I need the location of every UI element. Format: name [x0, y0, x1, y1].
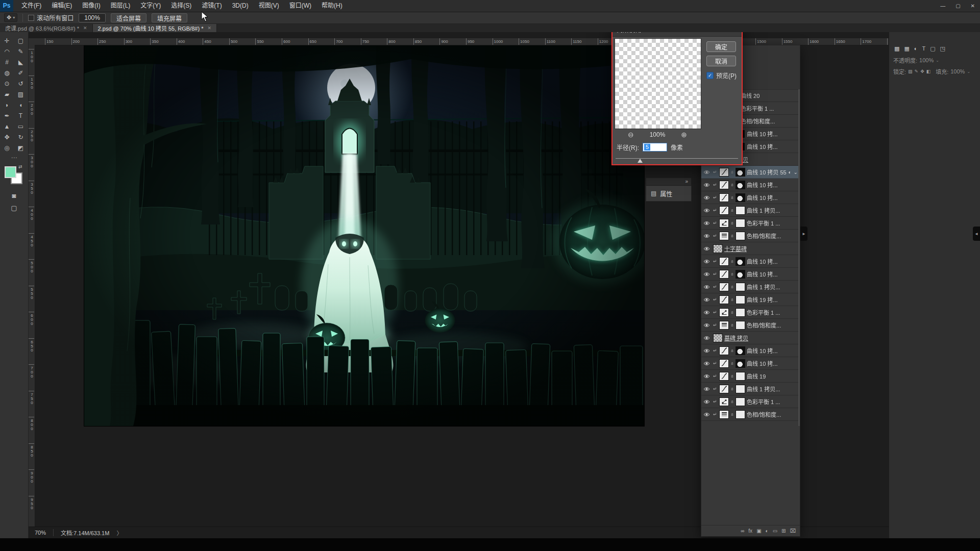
layer-name[interactable]: 曲线 10 拷...	[747, 346, 800, 355]
ok-button[interactable]: 确定	[706, 41, 736, 52]
mask-thumbnail[interactable]	[736, 385, 745, 393]
shape-tool[interactable]: ▭	[14, 121, 28, 132]
layer-name[interactable]: 曲线 1 拷贝...	[747, 385, 800, 393]
lasso-tool[interactable]: ◠	[0, 46, 14, 57]
layer-name[interactable]: 曲线 10 拷...	[747, 181, 800, 189]
swap-colors-icon[interactable]: ⇄	[18, 164, 22, 169]
new-group-icon[interactable]: ▭	[773, 528, 777, 534]
adjustment-thumbnail[interactable]	[719, 346, 729, 355]
layer-visibility-icon[interactable]	[703, 323, 712, 328]
blur-tool[interactable]: ◗	[0, 99, 14, 110]
mask-thumbnail[interactable]	[736, 372, 745, 381]
layer-row[interactable]: ↵8曲线 10 拷...	[701, 344, 800, 357]
document-canvas[interactable]	[84, 45, 644, 426]
dodge-tool[interactable]: ◖	[14, 99, 28, 110]
layer-visibility-icon[interactable]	[703, 246, 712, 251]
panel-expand-left-icon[interactable]: ►	[800, 227, 807, 241]
menu-item-4[interactable]: 图层(L)	[106, 0, 136, 12]
new-layer-icon[interactable]: ⊞	[781, 528, 786, 534]
adjustment-thumbnail[interactable]	[719, 193, 729, 202]
adjustment-thumbnail[interactable]	[719, 219, 729, 228]
layer-row[interactable]: ↵8色相/饱和度...	[701, 230, 800, 242]
filter-kind-icon[interactable]: ▩	[894, 45, 899, 52]
adjustment-thumbnail[interactable]	[719, 270, 729, 279]
layer-visibility-icon[interactable]	[703, 361, 712, 366]
menu-item-6[interactable]: 选择(S)	[166, 0, 197, 12]
layer-visibility-icon[interactable]	[703, 297, 712, 302]
layer-visibility-icon[interactable]	[703, 374, 712, 379]
layer-row[interactable]: ↵8曲线 10 拷贝 55◐⌄	[701, 166, 800, 179]
zoom-tool[interactable]: ◎	[0, 142, 14, 153]
lock-pixels-icon[interactable]: ✎	[915, 69, 919, 74]
default-colors-icon[interactable]: ◩	[14, 142, 28, 153]
mask-thumbnail[interactable]	[736, 283, 745, 291]
foreground-color-swatch[interactable]	[5, 166, 16, 178]
layer-name[interactable]: 十字墓碑	[724, 244, 800, 253]
adjustment-thumbnail[interactable]	[719, 257, 729, 266]
mask-thumbnail[interactable]	[736, 308, 745, 317]
toolbar-more-icon[interactable]: ⋯	[0, 154, 28, 161]
scroll-all-windows-checkbox[interactable]: 滚动所有窗口	[28, 13, 74, 22]
layer-visibility-icon[interactable]	[703, 387, 712, 391]
menu-item-5[interactable]: 文字(Y)	[135, 0, 166, 12]
adjustment-thumbnail[interactable]	[719, 206, 729, 215]
lock-transparency-icon[interactable]: ▨	[908, 69, 913, 74]
status-zoom[interactable]: 70%	[35, 530, 46, 536]
mask-thumbnail[interactable]	[736, 321, 745, 330]
layer-row[interactable]: ↵8曲线 1 拷贝...	[701, 281, 800, 293]
layers-scrollbar[interactable]	[798, 89, 800, 426]
properties-panel-button[interactable]: ▤ 属性	[646, 186, 692, 202]
document-tab-1[interactable]: 虎课.psd @ 63.6%(RGB/8#) *✕	[0, 24, 93, 32]
fit-screen-button[interactable]: 适合屏幕	[111, 13, 146, 22]
screen-mode-button[interactable]: ▢	[0, 203, 28, 213]
mask-thumbnail[interactable]	[736, 219, 745, 228]
layer-name[interactable]: 色相/饱和度...	[747, 321, 800, 329]
layer-row[interactable]: ↵8曲线 1 拷贝...	[701, 204, 800, 217]
layer-visibility-icon[interactable]	[703, 208, 712, 213]
add-layer-mask-icon[interactable]: ▣	[756, 528, 761, 534]
layer-name[interactable]: 曲线 1 拷贝...	[747, 206, 800, 214]
layer-effects-icon[interactable]: fx	[748, 528, 752, 534]
clone-stamp-tool[interactable]: ⊙	[0, 78, 14, 89]
layer-name[interactable]: 曲线 10 拷...	[747, 130, 800, 138]
opacity-value[interactable]: 100%	[919, 57, 934, 63]
layer-name[interactable]: 曲线 1 拷贝...	[747, 283, 800, 291]
menu-item-9[interactable]: 视图(V)	[254, 0, 284, 12]
quick-mask-button[interactable]: ◙	[0, 191, 28, 201]
cancel-button[interactable]: 取消	[706, 56, 736, 66]
maximize-button[interactable]: ▢	[955, 0, 960, 12]
layer-thumbnail[interactable]	[713, 244, 723, 253]
mask-thumbnail[interactable]	[736, 232, 745, 240]
adjustment-thumbnail[interactable]	[719, 372, 729, 381]
layer-row[interactable]: ↵8曲线 1 拷贝...	[701, 383, 800, 395]
layer-visibility-icon[interactable]	[703, 234, 712, 238]
layer-name[interactable]: 曲线 10 拷...	[747, 257, 800, 265]
tool-preset-picker[interactable]: ✥ ▾	[4, 13, 17, 22]
menu-item-2[interactable]: 编辑(E)	[46, 0, 77, 12]
layer-name[interactable]: 色彩平衡 1 ...	[747, 397, 800, 406]
layer-visibility-icon[interactable]	[703, 221, 712, 226]
layer-visibility-icon[interactable]	[703, 310, 712, 315]
layer-name[interactable]: 色彩平衡 1 ...	[747, 219, 800, 227]
layer-row[interactable]: ↵8色彩平衡 1 ...	[701, 306, 800, 319]
mask-thumbnail[interactable]	[736, 295, 745, 304]
mask-thumbnail[interactable]	[736, 346, 745, 355]
filter-adjustment-icon[interactable]: ◐	[914, 45, 918, 52]
layer-visibility-icon[interactable]	[703, 412, 712, 417]
path-select-tool[interactable]: ▲	[0, 121, 14, 132]
mask-thumbnail[interactable]	[736, 270, 745, 279]
adjustment-thumbnail[interactable]	[719, 168, 729, 177]
layer-row[interactable]: ↵8曲线 10 拷...	[701, 179, 800, 191]
layer-row[interactable]: ↵8色相/饱和度...	[701, 408, 800, 421]
layer-visibility-icon[interactable]	[703, 195, 712, 200]
layer-name[interactable]: 曲线 10 拷...	[747, 142, 800, 151]
layer-name[interactable]: 色相/饱和度...	[747, 410, 800, 418]
layer-row[interactable]: ↵8曲线 10 拷...	[701, 255, 800, 268]
link-layers-icon[interactable]: ∞	[741, 528, 744, 534]
lock-all-icon[interactable]: ◧	[926, 69, 931, 74]
fill-value[interactable]: 100%	[950, 68, 965, 74]
lock-position-icon[interactable]: ✥	[920, 69, 924, 74]
panel-expand-right-icon[interactable]: ◄	[973, 227, 980, 241]
mask-thumbnail[interactable]	[736, 359, 745, 368]
rotate-view-tool[interactable]: ↻	[14, 132, 28, 142]
